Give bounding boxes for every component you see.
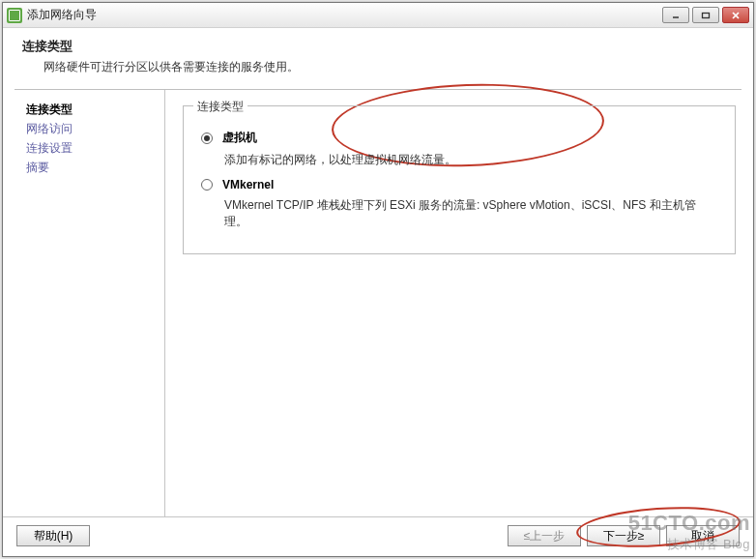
cancel-button[interactable]: 取消 [666,525,740,546]
window-title: 添加网络向导 [27,7,662,23]
minimize-button[interactable] [662,7,689,23]
radio-vm-description: 添加有标记的网络，以处理虚拟机网络流量。 [224,152,717,168]
radio-vmkernel-label: VMkernel [222,178,274,191]
sidebar-item-connection-type[interactable]: 连接类型 [26,100,157,119]
sidebar: 连接类型 网络访问 连接设置 摘要 [3,90,165,516]
connection-type-fieldset: 连接类型 虚拟机 添加有标记的网络，以处理虚拟机网络流量。 VMkernel V… [183,105,736,254]
header-description: 网络硬件可进行分区以供各需要连接的服务使用。 [44,59,734,75]
header-title: 连接类型 [22,38,734,55]
window-buttons [662,7,749,23]
body-area: 连接类型 网络访问 连接设置 摘要 连接类型 虚拟机 添加有标记的网络，以处理虚… [3,90,753,516]
titlebar: 添加网络向导 [3,3,753,28]
radio-option-vm[interactable]: 虚拟机 添加有标记的网络，以处理虚拟机网络流量。 [201,130,717,168]
maximize-icon [701,12,711,19]
maximize-button[interactable] [692,7,719,23]
help-button[interactable]: 帮助(H) [16,525,90,546]
radio-vm-control[interactable] [201,132,213,144]
radio-vmkernel-control[interactable] [201,179,213,191]
sidebar-item-network-access[interactable]: 网络访问 [26,119,157,138]
main-panel: 连接类型 虚拟机 添加有标记的网络，以处理虚拟机网络流量。 VMkernel V… [165,90,753,516]
close-icon [731,12,741,19]
sidebar-item-connection-settings[interactable]: 连接设置 [26,138,157,158]
close-button[interactable] [722,7,749,23]
wizard-window: 添加网络向导 连接类型 网络硬件可进行分区以供各需要连接的服务使用。 连接类型 … [2,2,754,557]
next-button[interactable]: 下一步≥ [587,525,660,546]
svg-rect-1 [703,13,710,17]
sidebar-item-summary[interactable]: 摘要 [26,158,157,177]
radio-vmkernel-description: VMkernel TCP/IP 堆栈处理下列 ESXi 服务的流量: vSphe… [224,197,717,230]
app-icon [7,8,22,23]
back-button[interactable]: ≤上一步 [508,525,581,546]
header-area: 连接类型 网络硬件可进行分区以供各需要连接的服务使用。 [3,28,753,89]
radio-option-vmkernel[interactable]: VMkernel VMkernel TCP/IP 堆栈处理下列 ESXi 服务的… [201,178,717,230]
minimize-icon [671,12,681,19]
radio-vm-label: 虚拟机 [222,130,257,146]
fieldset-legend: 连接类型 [193,99,247,115]
footer-area: 帮助(H) ≤上一步 下一步≥ 取消 [3,516,753,556]
